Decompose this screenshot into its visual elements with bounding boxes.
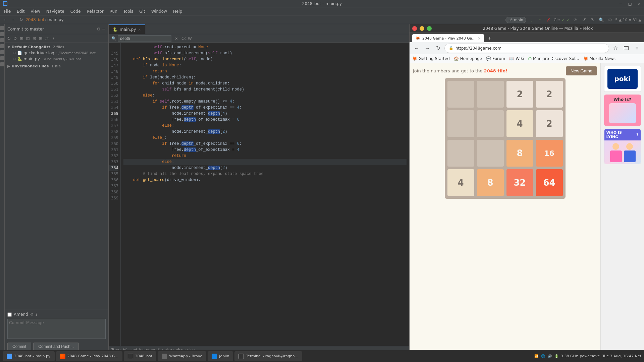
menu-item-view[interactable]: View: [28, 8, 43, 14]
pocket-icon[interactable]: 🗖: [622, 44, 631, 53]
browser-refresh-btn[interactable]: ↻: [434, 44, 442, 53]
vcs-push-btn[interactable]: ↑: [536, 16, 544, 23]
bookmark-getting-started[interactable]: 🦊 Getting Started: [412, 56, 450, 61]
code-content[interactable]: self.root.parent = None self.bfs_and_inc…: [121, 43, 409, 346]
commit-push-button[interactable]: Commit and Push...: [33, 343, 78, 351]
vcs-move-icon[interactable]: ⇄: [44, 36, 50, 41]
poki-ad[interactable]: poki: [604, 66, 641, 92]
address-bar[interactable]: 🔒 https://2048game.com: [444, 44, 609, 53]
who-is-ad[interactable]: Who Is?: [604, 95, 641, 126]
menu-item-code[interactable]: Code: [68, 8, 84, 14]
new-game-button[interactable]: New Game: [566, 66, 597, 75]
minimize-btn[interactable]: −: [616, 0, 625, 7]
editor-tabs: 🐍 main.py ×: [109, 24, 409, 34]
taskitem-ide[interactable]: 2048_bot – main.py: [3, 351, 55, 361]
sidebar-icon-7[interactable]: [0, 62, 4, 66]
tray-network[interactable]: 🌐: [541, 354, 545, 359]
amend-settings-icon[interactable]: ⚙: [30, 312, 34, 317]
sidebar-icon-4[interactable]: [0, 44, 4, 48]
menu-item-git[interactable]: Git: [137, 8, 148, 14]
ln-363: 363: [109, 159, 118, 165]
taskitem-terminal[interactable]: 2048_bot: [124, 351, 157, 361]
commit-message-input[interactable]: [7, 319, 106, 339]
menu-item-refactor[interactable]: Refactor: [84, 8, 106, 14]
vcs-minimize-icon[interactable]: −: [102, 26, 106, 32]
bookmark-icon[interactable]: ☆: [611, 44, 620, 53]
menu-item-window[interactable]: Window: [149, 8, 170, 14]
taskitem-terminal2[interactable]: Terminal - raghavk@ragha...: [234, 351, 302, 361]
tray-battery[interactable]: 🔋: [554, 354, 559, 359]
tab-close-mainpy[interactable]: ×: [138, 28, 141, 32]
menu-item-help[interactable]: Help: [170, 8, 185, 14]
taskitem-firefox[interactable]: 2048 Game - Play 2048 G...: [56, 351, 122, 361]
search-everywhere-btn[interactable]: 🔍: [598, 16, 605, 23]
editor-tab-mainpy[interactable]: 🐍 main.py ×: [109, 24, 145, 34]
browser-menu-btn[interactable]: ≡: [633, 44, 641, 53]
vcs-refresh-icon[interactable]: ↻: [6, 36, 12, 41]
vcs-rollback-btn[interactable]: ✗: [545, 16, 552, 23]
unversioned-header[interactable]: ▶ Unversioned Files 1 file: [5, 63, 108, 69]
vcs-filter-icon[interactable]: ⊞: [38, 36, 44, 41]
new-tab-btn[interactable]: +: [485, 34, 493, 42]
bookmark-forum[interactable]: 💬 Forum: [486, 56, 505, 61]
vcs-more-icon[interactable]: ⋮: [50, 36, 57, 41]
menu-item-file[interactable]: File: [1, 8, 13, 14]
menu-item-navigate[interactable]: Navigate: [44, 8, 67, 14]
forward-btn[interactable]: →: [9, 16, 17, 23]
browser-min-btn[interactable]: [420, 26, 424, 31]
bookmark-wiki[interactable]: 📖 Wiki: [509, 56, 524, 61]
tray-volume[interactable]: 🔊: [547, 354, 552, 359]
git-revert-btn[interactable]: ↺: [580, 16, 588, 23]
vcs-diff-icon[interactable]: ⊞: [19, 36, 24, 41]
ln-350: 350: [109, 80, 118, 86]
git-branch-selector[interactable]: ⎇ main: [505, 17, 526, 23]
amend-checkbox[interactable]: [7, 312, 12, 317]
bookmark-homepage[interactable]: 🏠 Homepage: [454, 56, 482, 61]
git-refresh-btn[interactable]: ↻: [589, 16, 596, 23]
git-history-btn[interactable]: ⟳: [572, 16, 579, 23]
back-btn[interactable]: ←: [1, 16, 9, 23]
vcs-update-btn[interactable]: ↓: [528, 16, 535, 23]
file-name-geckodriver: geckodriver.log: [23, 51, 54, 55]
file-mainpy[interactable]: ⊡ 🐍 main.py ~/Documents/2048_bot: [5, 56, 108, 62]
bookmark-mozilla[interactable]: 🦊 Mozilla News: [583, 56, 616, 61]
tray-bluetooth[interactable]: 📶: [534, 354, 539, 359]
sidebar-icon-6[interactable]: [0, 56, 4, 60]
search-icon: 🔍: [111, 36, 116, 41]
ln-359: 359: [109, 135, 118, 141]
browser-forward-btn[interactable]: →: [423, 44, 432, 53]
commit-button[interactable]: Commit: [7, 343, 31, 351]
taskitem-apps[interactable]: WhatsApp - Brave: [158, 351, 206, 361]
sidebar-icon-5[interactable]: [0, 50, 4, 54]
menu-item-edit[interactable]: Edit: [14, 8, 27, 14]
close-btn[interactable]: ×: [635, 0, 644, 7]
search-close-icon[interactable]: ×: [173, 35, 180, 42]
who-is-lying-ad[interactable]: WHO IS LYING ?: [604, 129, 641, 164]
sidebar-icon-2[interactable]: [0, 32, 4, 36]
browser-close-btn[interactable]: [412, 26, 417, 31]
code-line-352: self.bfs_and_increment(child_node): [123, 86, 407, 93]
sidebar-icon-3[interactable]: [0, 38, 4, 42]
vcs-revert-icon[interactable]: ↺: [12, 36, 18, 41]
bookmark-manjaro[interactable]: ⬡ Manjaro Discover Sof...: [528, 56, 579, 61]
browser-back-btn[interactable]: ←: [412, 44, 421, 53]
browser-max-btn[interactable]: [427, 26, 432, 31]
browser-tab-2048[interactable]: 🦊 2048 Game - Play 2048 Ga... ×: [412, 34, 484, 42]
file-geckodriver[interactable]: ⊡ 📄 geckodriver.log ~/Documents/2048_bot: [5, 50, 108, 56]
vcs-settings-icon[interactable]: ⚙: [97, 26, 101, 32]
refresh-btn[interactable]: ↻: [17, 16, 25, 23]
taskitem-joplin[interactable]: Joplin: [208, 351, 233, 361]
ln-347: 347: [109, 62, 118, 68]
tab-close-2048[interactable]: ×: [478, 36, 481, 41]
changelist-header[interactable]: ▼ Default Changelist 2 files: [5, 44, 108, 50]
menu-item-tools[interactable]: Tools: [121, 8, 136, 14]
menu-item-run[interactable]: Run: [107, 8, 120, 14]
sidebar-icon-1[interactable]: [0, 26, 4, 30]
code-area: 345 346 347 348 349 350 351 352 353 354 …: [109, 43, 409, 346]
settings-btn[interactable]: ⚙: [606, 16, 614, 23]
search-input[interactable]: [118, 35, 171, 42]
ln-354: 354: [109, 105, 118, 111]
vcs-collapse-icon[interactable]: ⊟: [32, 36, 37, 41]
maximize-btn[interactable]: □: [625, 0, 635, 7]
vcs-expand-icon[interactable]: ⊡: [25, 36, 31, 41]
